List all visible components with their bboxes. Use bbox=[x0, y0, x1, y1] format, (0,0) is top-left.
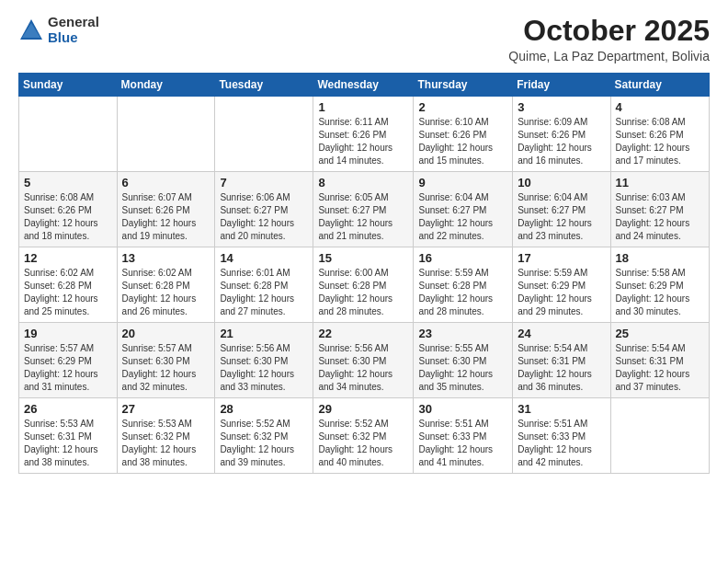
day-info: Sunrise: 5:54 AM Sunset: 6:31 PM Dayligh… bbox=[616, 342, 704, 394]
location: Quime, La Paz Department, Bolivia bbox=[508, 49, 710, 63]
calendar-cell: 14Sunrise: 6:01 AM Sunset: 6:28 PM Dayli… bbox=[215, 247, 313, 323]
calendar-cell: 6Sunrise: 6:07 AM Sunset: 6:26 PM Daylig… bbox=[117, 172, 215, 247]
day-info: Sunrise: 6:10 AM Sunset: 6:26 PM Dayligh… bbox=[418, 116, 507, 167]
calendar-cell: 10Sunrise: 6:04 AM Sunset: 6:27 PM Dayli… bbox=[513, 172, 610, 247]
title-block: October 2025 Quime, La Paz Department, B… bbox=[508, 15, 710, 63]
day-info: Sunrise: 6:03 AM Sunset: 6:27 PM Dayligh… bbox=[616, 191, 704, 243]
calendar-week-row: 1Sunrise: 6:11 AM Sunset: 6:26 PM Daylig… bbox=[19, 97, 710, 172]
calendar-header-row: SundayMondayTuesdayWednesdayThursdayFrid… bbox=[19, 74, 710, 97]
calendar-cell: 15Sunrise: 6:00 AM Sunset: 6:28 PM Dayli… bbox=[313, 247, 414, 323]
calendar-header-friday: Friday bbox=[513, 74, 610, 97]
calendar-table: SundayMondayTuesdayWednesdayThursdayFrid… bbox=[18, 73, 710, 474]
calendar-week-row: 26Sunrise: 5:53 AM Sunset: 6:31 PM Dayli… bbox=[19, 398, 710, 474]
day-number: 19 bbox=[24, 327, 112, 340]
day-number: 13 bbox=[122, 251, 210, 265]
day-info: Sunrise: 5:53 AM Sunset: 6:32 PM Dayligh… bbox=[122, 418, 210, 469]
day-info: Sunrise: 5:52 AM Sunset: 6:32 PM Dayligh… bbox=[318, 418, 408, 469]
svg-marker-1 bbox=[22, 23, 40, 38]
calendar-cell: 24Sunrise: 5:54 AM Sunset: 6:31 PM Dayli… bbox=[513, 323, 610, 398]
day-number: 20 bbox=[122, 327, 210, 340]
calendar-cell: 19Sunrise: 5:57 AM Sunset: 6:29 PM Dayli… bbox=[19, 323, 118, 398]
calendar-cell: 26Sunrise: 5:53 AM Sunset: 6:31 PM Dayli… bbox=[19, 398, 118, 474]
day-info: Sunrise: 6:02 AM Sunset: 6:28 PM Dayligh… bbox=[122, 267, 210, 318]
calendar-week-row: 19Sunrise: 5:57 AM Sunset: 6:29 PM Dayli… bbox=[19, 323, 710, 398]
day-number: 23 bbox=[418, 327, 507, 340]
day-number: 30 bbox=[418, 402, 507, 416]
day-info: Sunrise: 5:59 AM Sunset: 6:29 PM Dayligh… bbox=[518, 267, 605, 318]
day-info: Sunrise: 5:51 AM Sunset: 6:33 PM Dayligh… bbox=[418, 418, 507, 469]
calendar-header-monday: Monday bbox=[117, 74, 215, 97]
day-number: 5 bbox=[24, 176, 112, 190]
calendar-cell bbox=[117, 97, 215, 172]
calendar-cell: 7Sunrise: 6:06 AM Sunset: 6:27 PM Daylig… bbox=[215, 172, 313, 247]
day-number: 10 bbox=[518, 176, 605, 190]
calendar-cell: 22Sunrise: 5:56 AM Sunset: 6:30 PM Dayli… bbox=[313, 323, 414, 398]
calendar-cell: 27Sunrise: 5:53 AM Sunset: 6:32 PM Dayli… bbox=[117, 398, 215, 474]
day-info: Sunrise: 6:05 AM Sunset: 6:27 PM Dayligh… bbox=[318, 191, 408, 243]
day-info: Sunrise: 6:09 AM Sunset: 6:26 PM Dayligh… bbox=[518, 116, 605, 167]
calendar-cell: 21Sunrise: 5:56 AM Sunset: 6:30 PM Dayli… bbox=[215, 323, 313, 398]
day-number: 9 bbox=[418, 176, 507, 190]
day-number: 16 bbox=[418, 251, 507, 265]
day-info: Sunrise: 5:56 AM Sunset: 6:30 PM Dayligh… bbox=[220, 342, 308, 394]
day-number: 27 bbox=[122, 402, 210, 416]
calendar-cell: 17Sunrise: 5:59 AM Sunset: 6:29 PM Dayli… bbox=[513, 247, 610, 323]
day-info: Sunrise: 6:06 AM Sunset: 6:27 PM Dayligh… bbox=[220, 191, 308, 243]
day-number: 17 bbox=[518, 251, 605, 265]
day-info: Sunrise: 5:54 AM Sunset: 6:31 PM Dayligh… bbox=[518, 342, 605, 394]
day-number: 14 bbox=[220, 251, 308, 265]
calendar-header-thursday: Thursday bbox=[414, 74, 513, 97]
calendar-cell: 9Sunrise: 6:04 AM Sunset: 6:27 PM Daylig… bbox=[414, 172, 513, 247]
calendar-header-tuesday: Tuesday bbox=[215, 74, 313, 97]
day-info: Sunrise: 5:58 AM Sunset: 6:29 PM Dayligh… bbox=[616, 267, 704, 318]
calendar-cell: 12Sunrise: 6:02 AM Sunset: 6:28 PM Dayli… bbox=[19, 247, 118, 323]
calendar-cell: 29Sunrise: 5:52 AM Sunset: 6:32 PM Dayli… bbox=[313, 398, 414, 474]
calendar-week-row: 5Sunrise: 6:08 AM Sunset: 6:26 PM Daylig… bbox=[19, 172, 710, 247]
day-number: 12 bbox=[24, 251, 112, 265]
day-info: Sunrise: 5:57 AM Sunset: 6:29 PM Dayligh… bbox=[24, 342, 112, 394]
day-number: 29 bbox=[318, 402, 408, 416]
logo: General Blue bbox=[18, 15, 99, 45]
calendar-header-saturday: Saturday bbox=[610, 74, 709, 97]
day-info: Sunrise: 6:04 AM Sunset: 6:27 PM Dayligh… bbox=[418, 191, 507, 243]
calendar-cell: 31Sunrise: 5:51 AM Sunset: 6:33 PM Dayli… bbox=[513, 398, 610, 474]
logo-icon bbox=[18, 17, 44, 43]
day-info: Sunrise: 5:59 AM Sunset: 6:28 PM Dayligh… bbox=[418, 267, 507, 318]
calendar-cell: 1Sunrise: 6:11 AM Sunset: 6:26 PM Daylig… bbox=[313, 97, 414, 172]
calendar-cell: 11Sunrise: 6:03 AM Sunset: 6:27 PM Dayli… bbox=[610, 172, 709, 247]
day-number: 21 bbox=[220, 327, 308, 340]
calendar-cell: 13Sunrise: 6:02 AM Sunset: 6:28 PM Dayli… bbox=[117, 247, 215, 323]
calendar-week-row: 12Sunrise: 6:02 AM Sunset: 6:28 PM Dayli… bbox=[19, 247, 710, 323]
day-number: 8 bbox=[318, 176, 408, 190]
calendar-cell: 20Sunrise: 5:57 AM Sunset: 6:30 PM Dayli… bbox=[117, 323, 215, 398]
month-title: October 2025 bbox=[508, 15, 710, 47]
day-number: 11 bbox=[616, 176, 704, 190]
day-info: Sunrise: 6:08 AM Sunset: 6:26 PM Dayligh… bbox=[616, 116, 704, 167]
logo-general-text: General bbox=[48, 15, 99, 30]
calendar-cell: 2Sunrise: 6:10 AM Sunset: 6:26 PM Daylig… bbox=[414, 97, 513, 172]
day-number: 1 bbox=[318, 100, 408, 114]
day-info: Sunrise: 6:00 AM Sunset: 6:28 PM Dayligh… bbox=[318, 267, 408, 318]
calendar-cell: 30Sunrise: 5:51 AM Sunset: 6:33 PM Dayli… bbox=[414, 398, 513, 474]
calendar-cell: 16Sunrise: 5:59 AM Sunset: 6:28 PM Dayli… bbox=[414, 247, 513, 323]
calendar-header-sunday: Sunday bbox=[19, 74, 118, 97]
day-info: Sunrise: 6:01 AM Sunset: 6:28 PM Dayligh… bbox=[220, 267, 308, 318]
calendar-cell: 4Sunrise: 6:08 AM Sunset: 6:26 PM Daylig… bbox=[610, 97, 709, 172]
day-info: Sunrise: 6:04 AM Sunset: 6:27 PM Dayligh… bbox=[518, 191, 605, 243]
day-number: 6 bbox=[122, 176, 210, 190]
day-info: Sunrise: 5:57 AM Sunset: 6:30 PM Dayligh… bbox=[122, 342, 210, 394]
day-info: Sunrise: 5:51 AM Sunset: 6:33 PM Dayligh… bbox=[518, 418, 605, 469]
day-info: Sunrise: 5:56 AM Sunset: 6:30 PM Dayligh… bbox=[318, 342, 408, 394]
day-number: 3 bbox=[518, 100, 605, 114]
calendar-cell: 23Sunrise: 5:55 AM Sunset: 6:30 PM Dayli… bbox=[414, 323, 513, 398]
day-info: Sunrise: 5:52 AM Sunset: 6:32 PM Dayligh… bbox=[220, 418, 308, 469]
day-number: 15 bbox=[318, 251, 408, 265]
calendar-cell: 5Sunrise: 6:08 AM Sunset: 6:26 PM Daylig… bbox=[19, 172, 118, 247]
day-number: 25 bbox=[616, 327, 704, 340]
calendar-cell: 28Sunrise: 5:52 AM Sunset: 6:32 PM Dayli… bbox=[215, 398, 313, 474]
calendar-cell bbox=[610, 398, 709, 474]
day-number: 18 bbox=[616, 251, 704, 265]
calendar-cell: 18Sunrise: 5:58 AM Sunset: 6:29 PM Dayli… bbox=[610, 247, 709, 323]
day-number: 7 bbox=[220, 176, 308, 190]
calendar-cell: 25Sunrise: 5:54 AM Sunset: 6:31 PM Dayli… bbox=[610, 323, 709, 398]
